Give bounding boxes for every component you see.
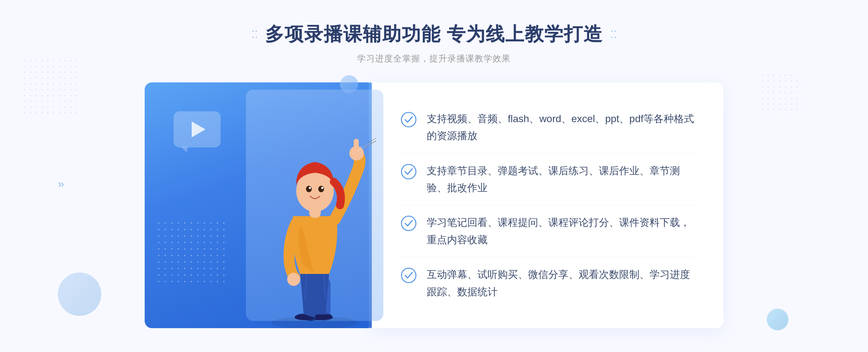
check-icon-2 (401, 164, 417, 180)
feature-item-2: 支持章节目录、弹题考试、课后练习、课后作业、章节测验、批改作业 (401, 159, 694, 200)
circle-decoration-left (58, 272, 101, 316)
dots-icon-left: ⁚⁚ (251, 29, 258, 40)
title-row: ⁚⁚ 多项录播课辅助功能 专为线上教学打造 ⁚⁚ (251, 22, 617, 47)
main-title: 多项录播课辅助功能 专为线上教学打造 (265, 22, 603, 47)
circle-decoration-right (767, 309, 788, 330)
feature-text-1: 支持视频、音频、flash、word、excel、ppt、pdf等各种格式的资源… (427, 110, 694, 145)
content-area: 支持视频、音频、flash、word、excel、ppt、pdf等各种格式的资源… (145, 82, 723, 328)
svg-point-10 (306, 186, 312, 192)
feature-divider-3 (401, 257, 694, 257)
circle-small-tr (340, 75, 358, 93)
svg-point-13 (321, 187, 323, 189)
feature-text-2: 支持章节目录、弹题考试、课后练习、课后作业、章节测验、批改作业 (427, 162, 694, 197)
subtitle: 学习进度全掌握，提升录播课教学效果 (251, 53, 617, 64)
header-section: ⁚⁚ 多项录播课辅助功能 专为线上教学打造 ⁚⁚ 学习进度全掌握，提升录播课教学… (251, 22, 617, 64)
play-icon-area (174, 111, 224, 151)
feature-item-3: 学习笔记回看、课程提问、课程评论打分、课件资料下载，重点内容收藏 (401, 210, 694, 252)
check-icon-4 (401, 267, 417, 283)
human-figure (253, 119, 376, 328)
svg-point-12 (309, 187, 311, 189)
svg-point-15 (401, 164, 416, 179)
svg-point-17 (401, 268, 416, 283)
feature-divider-1 (401, 153, 694, 154)
feature-text-4: 互动弹幕、试听购买、微信分享、观看次数限制、学习进度跟踪、数据统计 (427, 266, 694, 300)
feature-item-1: 支持视频、音频、flash、word、excel、ppt、pdf等各种格式的资源… (401, 107, 694, 148)
feature-text-3: 学习笔记回看、课程提问、课程评论打分、课件资料下载，重点内容收藏 (427, 214, 694, 248)
svg-point-16 (401, 216, 416, 231)
svg-rect-6 (354, 139, 359, 154)
dots-decoration-left (22, 58, 80, 116)
feature-item-4: 互动弹幕、试听购买、微信分享、观看次数限制、学习进度跟踪、数据统计 (401, 262, 694, 304)
illustration-panel (145, 82, 369, 328)
feature-divider-2 (401, 205, 694, 206)
play-triangle-icon (192, 121, 205, 137)
svg-point-14 (401, 112, 416, 127)
play-bubble (174, 111, 221, 147)
illus-dots-pattern (156, 220, 228, 285)
dots-icon-right: ⁚⁚ (610, 29, 617, 40)
page-container: » ⁚⁚ 多项录播课辅助功能 专为线上教学打造 ⁚⁚ 学习进度全掌握，提升录播课… (0, 0, 868, 352)
chevron-arrows-decoration: » (58, 177, 64, 190)
check-icon-1 (401, 112, 417, 128)
check-icon-3 (401, 215, 417, 231)
svg-point-7 (287, 273, 300, 286)
dots-decoration-right (760, 72, 803, 116)
chevron-icon: » (58, 177, 64, 190)
features-panel: 支持视频、音频、flash、word、excel、ppt、pdf等各种格式的资源… (372, 82, 723, 328)
svg-point-11 (318, 186, 324, 192)
